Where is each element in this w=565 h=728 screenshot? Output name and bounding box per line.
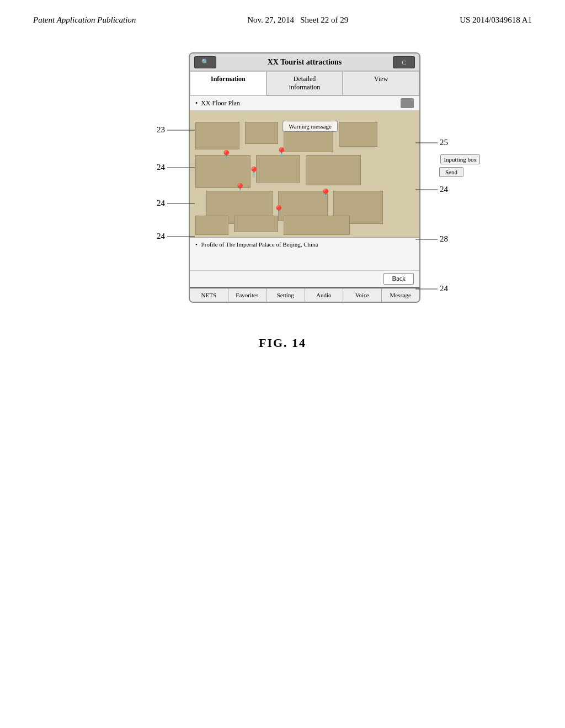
back-row: Back	[190, 271, 419, 287]
map-block	[195, 216, 228, 235]
map-block	[284, 216, 350, 235]
app-title: XX Tourist attractions	[216, 58, 393, 67]
phone-top-bar: 🔍 XX Tourist attractions C	[190, 53, 419, 71]
search-icon[interactable]: 🔍	[194, 56, 216, 68]
nav-message[interactable]: Message	[382, 288, 420, 302]
floor-plan-icon[interactable]	[401, 98, 414, 108]
bullet-icon-2: •	[195, 241, 198, 248]
tab-information[interactable]: Information	[190, 71, 266, 95]
ref-num-25: 25	[415, 138, 448, 147]
ref-num-24-right-1: 24	[415, 185, 448, 194]
figure-area: 🔍 XX Tourist attractions C Information D…	[0, 52, 565, 350]
nav-nets[interactable]: NETS	[190, 288, 228, 302]
ref-num-28: 28	[415, 234, 448, 244]
profile-row: • Profile of The Imperial Palace of Beij…	[190, 238, 419, 271]
back-icon[interactable]: C	[393, 56, 415, 68]
ref-num-24-left-3: 24	[157, 232, 195, 241]
tab-detailed-information[interactable]: Detailed information	[266, 71, 343, 95]
tab-row: Information Detailed information View	[190, 71, 419, 96]
map-block	[195, 122, 239, 149]
ref-num-24-right-2: 24	[415, 284, 448, 293]
send-button[interactable]: Send	[439, 167, 463, 177]
floor-plan-label: XX Floor Plan	[201, 99, 240, 108]
location-pin-6[interactable]: 📍	[273, 205, 285, 217]
inputting-box-label: Inputting box	[440, 154, 480, 164]
location-pin-2[interactable]: 📍	[275, 147, 287, 159]
bullet-icon: •	[195, 99, 198, 108]
ref-num-24-left-1: 24	[157, 163, 195, 172]
patent-number: US 2014/0349618 A1	[460, 15, 532, 25]
publication-label: Patent Application Publication	[33, 15, 136, 25]
figure-wrapper: 🔍 XX Tourist attractions C Information D…	[189, 52, 420, 303]
nav-setting[interactable]: Setting	[266, 288, 305, 302]
nav-audio[interactable]: Audio	[305, 288, 344, 302]
map-block	[339, 122, 377, 147]
phone-mockup: 🔍 XX Tourist attractions C Information D…	[189, 52, 420, 303]
sheet-info: Sheet 22 of 29	[300, 15, 348, 24]
map-block	[245, 122, 278, 144]
location-pin-4[interactable]: 📍	[234, 183, 246, 195]
date: Nov. 27, 2014	[247, 15, 294, 24]
location-pin-1[interactable]: 📍	[220, 149, 232, 162]
profile-label: Profile of The Imperial Palace of Beijin…	[201, 241, 318, 248]
ref-num-24-left-2: 24	[157, 199, 195, 208]
nav-voice[interactable]: Voice	[343, 288, 382, 302]
bottom-nav: NETS Favorites Setting Audio Voice Messa…	[190, 287, 419, 302]
ref-num-23: 23	[157, 125, 195, 135]
map-block	[234, 216, 278, 232]
floor-plan-row: • XX Floor Plan	[190, 96, 419, 111]
figure-caption: FIG. 14	[259, 336, 306, 350]
location-pin-3[interactable]: 📍	[248, 166, 260, 178]
nav-favorites[interactable]: Favorites	[228, 288, 267, 302]
location-pin-5[interactable]: 📍	[319, 188, 332, 200]
warning-message: Warning message	[282, 121, 338, 132]
map-block	[306, 155, 361, 185]
back-button[interactable]: Back	[383, 273, 414, 285]
patent-header: Patent Application Publication Nov. 27, …	[0, 0, 565, 30]
map-block	[256, 155, 300, 183]
date-sheet: Nov. 27, 2014 Sheet 22 of 29	[247, 15, 348, 25]
tab-view[interactable]: View	[343, 71, 419, 95]
map-area[interactable]: Warning message 📍 📍 📍 📍 📍 📍	[190, 111, 419, 238]
